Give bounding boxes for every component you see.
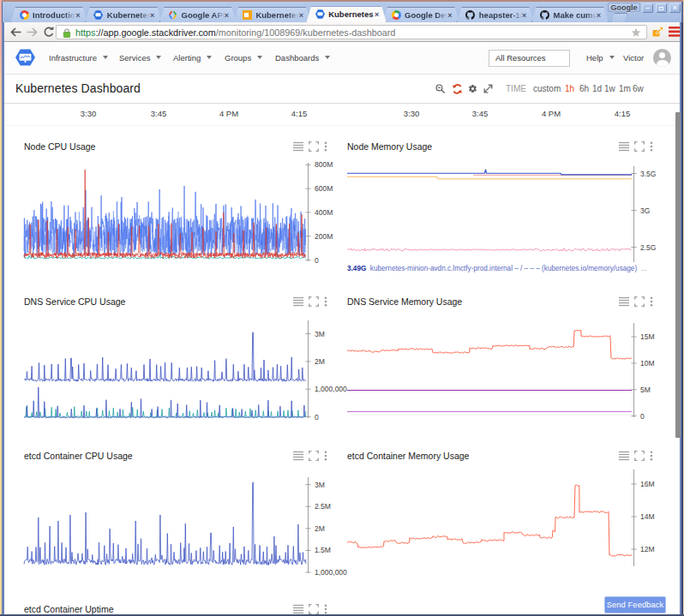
svg-text:15M: 15M bbox=[640, 332, 655, 341]
svg-text:3.5G: 3.5G bbox=[640, 170, 656, 178]
svg-text:1,000,000: 1,000,000 bbox=[315, 568, 347, 577]
svg-text:3M: 3M bbox=[315, 330, 325, 338]
svg-text:600M: 600M bbox=[315, 184, 333, 193]
svg-text:800M: 800M bbox=[315, 160, 333, 169]
svg-text:2M: 2M bbox=[315, 524, 325, 533]
svg-text:14M: 14M bbox=[640, 512, 655, 521]
svg-text:3G: 3G bbox=[640, 206, 650, 215]
svg-text:2.5G: 2.5G bbox=[640, 243, 656, 252]
svg-text:5M: 5M bbox=[640, 386, 651, 394]
svg-text:10M: 10M bbox=[640, 359, 655, 368]
svg-text:0: 0 bbox=[640, 412, 645, 421]
svg-text:3M: 3M bbox=[315, 481, 325, 489]
svg-text:0: 0 bbox=[315, 256, 319, 265]
svg-text:0: 0 bbox=[315, 413, 319, 422]
svg-text:200M: 200M bbox=[315, 232, 333, 241]
svg-text:1.5M: 1.5M bbox=[315, 546, 331, 554]
svg-text:2M: 2M bbox=[315, 357, 325, 366]
svg-text:400M: 400M bbox=[315, 208, 333, 217]
svg-text:2.5M: 2.5M bbox=[315, 502, 331, 511]
svg-text:1,000,000: 1,000,000 bbox=[315, 385, 347, 393]
svg-text:12M: 12M bbox=[640, 545, 655, 553]
svg-text:16M: 16M bbox=[640, 480, 655, 488]
